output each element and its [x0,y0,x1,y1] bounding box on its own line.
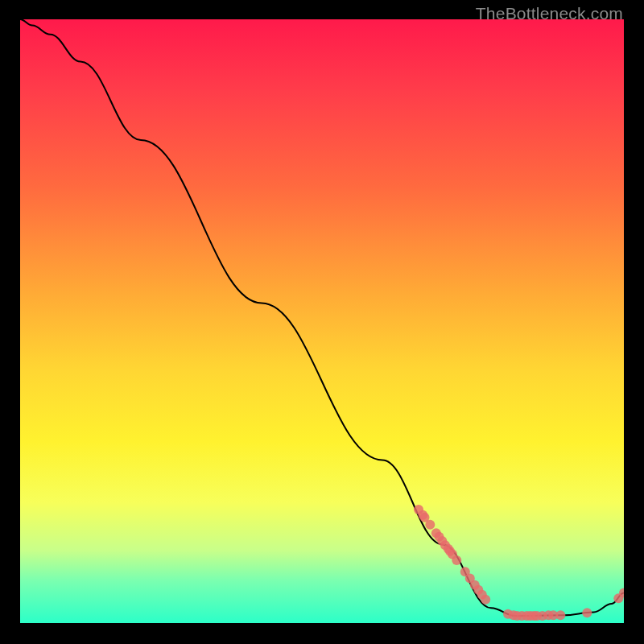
watermark-label: TheBottleneck.com [476,4,623,23]
marker-dot [481,595,490,605]
marker-dots [414,505,624,621]
marker-dot [452,555,461,565]
chart-frame: TheBottleneck.com [0,0,644,644]
bottleneck-curve [20,19,624,616]
marker-dot [425,520,435,530]
marker-dot [555,610,565,620]
chart-svg [20,19,624,623]
plot-area [20,19,624,623]
marker-dot [582,608,592,617]
